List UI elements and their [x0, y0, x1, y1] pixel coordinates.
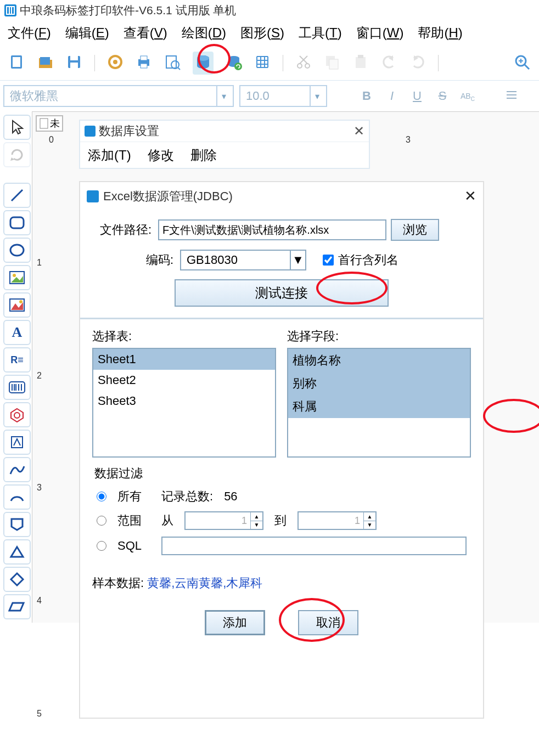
svg-rect-10: [70, 63, 78, 68]
ellipse-icon[interactable]: [3, 238, 31, 263]
svg-rect-47: [10, 217, 24, 228]
svg-point-59: [14, 413, 20, 418]
paper-tab[interactable]: 未: [36, 115, 63, 132]
menubar: 文件(F) 编辑(E) 查看(V) 绘图(D) 图形(S) 工具(T) 窗口(W…: [0, 21, 539, 48]
menu-draw[interactable]: 绘图(D): [182, 24, 226, 42]
spin-down-icon[interactable]: ▼: [251, 521, 262, 529]
browse-button[interactable]: 浏览: [391, 219, 439, 241]
cancel-button[interactable]: 取消: [298, 610, 358, 635]
preview-icon[interactable]: [164, 54, 181, 72]
close-icon[interactable]: ✕: [464, 188, 476, 205]
redo-icon[interactable]: [409, 54, 426, 72]
add-button[interactable]: 添加: [205, 610, 265, 635]
svg-point-50: [13, 274, 16, 277]
font-size-input[interactable]: [240, 89, 310, 103]
polygon-icon[interactable]: [3, 512, 31, 537]
list-item[interactable]: 科属: [288, 395, 470, 418]
italic-icon[interactable]: I: [382, 86, 402, 106]
filter-range-radio[interactable]: [97, 516, 106, 526]
svg-line-40: [525, 65, 529, 69]
list-item[interactable]: Sheet2: [93, 370, 275, 391]
from-spin[interactable]: ▲▼: [184, 511, 263, 530]
font-name-dd-icon[interactable]: ▾: [216, 86, 231, 106]
list-item[interactable]: Sheet1: [93, 349, 275, 370]
shape-icon[interactable]: [3, 430, 31, 455]
font-name-input[interactable]: [4, 89, 216, 103]
file-path-input[interactable]: [158, 219, 386, 240]
strike-icon[interactable]: S: [433, 86, 452, 106]
modify-menu[interactable]: 修改: [148, 146, 174, 164]
menu-file[interactable]: 文件(F): [8, 24, 51, 42]
filter-sql-radio[interactable]: [97, 541, 106, 551]
super-icon[interactable]: ABC: [458, 86, 478, 106]
toolbar: [0, 48, 539, 81]
grid-icon[interactable]: [254, 54, 271, 72]
first-row-checkbox[interactable]: [323, 255, 334, 266]
menu-edit[interactable]: 编辑(E): [65, 24, 109, 42]
barcode-icon[interactable]: [3, 375, 31, 400]
line-icon[interactable]: [3, 183, 31, 208]
to-spin[interactable]: ▲▼: [297, 511, 377, 530]
zoom-in-icon[interactable]: [514, 54, 530, 72]
list-item[interactable]: 别称: [288, 372, 470, 395]
paste-icon[interactable]: [352, 54, 369, 72]
font-row: ▾ ▾ B I U S ABC: [0, 81, 539, 111]
font-size-dd-icon[interactable]: ▾: [310, 86, 324, 106]
delete-menu[interactable]: 删除: [190, 146, 217, 164]
menu-view[interactable]: 查看(V): [123, 24, 167, 42]
triangle-icon[interactable]: [3, 539, 31, 565]
database-refresh-icon[interactable]: [226, 54, 242, 72]
svg-point-48: [10, 245, 24, 256]
app-icon: [4, 4, 16, 16]
print-icon[interactable]: [136, 54, 152, 72]
file-path-label: 文件路径:: [91, 222, 151, 238]
richtext-icon[interactable]: R≡: [3, 347, 31, 373]
curve-icon[interactable]: [3, 457, 31, 482]
list-item[interactable]: 植物名称: [288, 349, 470, 372]
spin-down-icon[interactable]: ▼: [364, 521, 375, 529]
spin-up-icon[interactable]: ▲: [364, 512, 375, 521]
svg-rect-38: [358, 55, 363, 58]
image-icon[interactable]: [3, 265, 31, 290]
undo-icon[interactable]: [381, 54, 397, 72]
font-size-combo[interactable]: ▾: [239, 85, 327, 107]
diamond-icon[interactable]: [3, 567, 31, 592]
rotate-icon[interactable]: [3, 142, 31, 167]
menu-shape[interactable]: 图形(S): [240, 24, 284, 42]
arc-icon[interactable]: [3, 484, 31, 510]
menu-tool[interactable]: 工具(T): [299, 24, 342, 42]
cut-icon[interactable]: [295, 54, 312, 72]
to-label: 到: [274, 512, 287, 529]
align-icon[interactable]: [502, 86, 521, 106]
close-icon[interactable]: ✕: [353, 123, 364, 139]
list-item[interactable]: Sheet3: [93, 391, 275, 411]
filter-all-radio[interactable]: [97, 492, 106, 501]
menu-help[interactable]: 帮助(H): [418, 24, 462, 42]
underline-icon[interactable]: U: [407, 86, 427, 106]
database-icon[interactable]: [193, 52, 214, 75]
image2-icon[interactable]: [3, 292, 31, 318]
sql-input[interactable]: [161, 537, 467, 555]
test-connection-button[interactable]: 测试连接: [175, 279, 389, 307]
bold-icon[interactable]: B: [357, 86, 377, 106]
table-list[interactable]: Sheet1 Sheet2 Sheet3: [92, 348, 276, 458]
text-icon[interactable]: A: [3, 320, 31, 345]
save-icon[interactable]: [66, 54, 82, 72]
roundrect-icon[interactable]: [3, 210, 31, 235]
gear-icon[interactable]: [107, 54, 123, 72]
add-menu[interactable]: 添加(T): [88, 146, 131, 164]
copy-icon[interactable]: [324, 54, 340, 72]
qrcode-icon[interactable]: [3, 402, 31, 427]
open-icon[interactable]: [37, 54, 54, 72]
chevron-down-icon[interactable]: ▼: [290, 251, 305, 269]
cursor-icon[interactable]: [3, 115, 31, 140]
field-list[interactable]: 植物名称 别称 科属: [287, 348, 471, 458]
menu-window[interactable]: 窗口(W): [356, 24, 404, 42]
svg-rect-63: [87, 190, 99, 202]
svg-line-46: [12, 190, 23, 201]
encoding-select[interactable]: GB18030 ▼: [180, 250, 306, 270]
new-doc-icon[interactable]: [9, 54, 25, 72]
parallelogram-icon[interactable]: [3, 594, 31, 619]
spin-up-icon[interactable]: ▲: [251, 512, 262, 521]
font-name-combo[interactable]: ▾: [3, 85, 234, 107]
